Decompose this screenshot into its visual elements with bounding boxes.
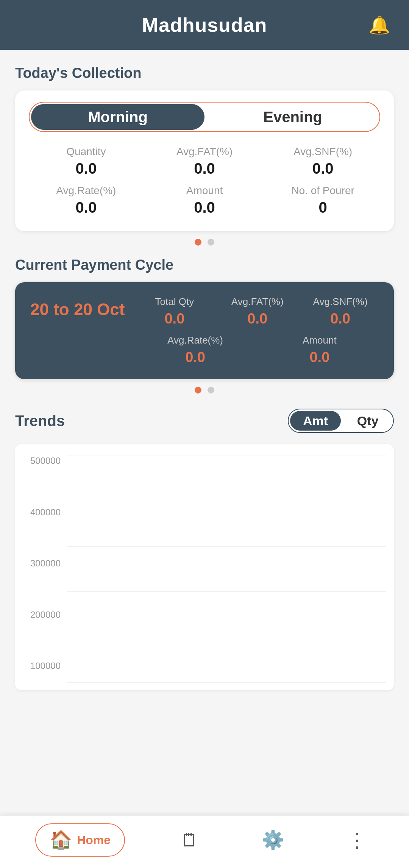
qty-toggle-btn[interactable]: Qty [342,409,393,432]
stat-quantity: Quantity 0.0 [29,146,144,177]
bars-row [67,456,127,683]
stat-quantity-value: 0.0 [29,160,144,177]
stat-amount-label: Amount [147,185,262,197]
trends-section: Trends Amt Qty 100000 200000 300000 4000… [15,409,394,690]
payment-stats: Total Qty 0.0 Avg.FAT(%) 0.0 Avg.SNF(%) … [136,296,379,366]
chart-bars-area [67,456,386,683]
payment-dot-1[interactable] [195,387,201,394]
stat-avg-rate-value: 0.0 [29,199,144,216]
chart-grid [67,456,386,683]
payment-cycle-section: Current Payment Cycle 20 to 20 Oct Total… [15,257,394,394]
payment-dots [15,387,394,394]
nav-documents[interactable]: 🗒 [173,826,206,854]
more-icon: ⋮ [347,830,366,850]
payment-avg-rate: Avg.Rate(%) 0.0 [136,334,254,366]
morning-toggle-btn[interactable]: Morning [31,104,204,130]
y-label-400000: 400000 [23,507,61,518]
payment-avg-snf: Avg.SNF(%) 0.0 [302,296,379,327]
stat-avg-rate: Avg.Rate(%) 0.0 [29,185,144,216]
trends-header: Trends Amt Qty [15,409,394,433]
payment-dot-2[interactable] [208,387,214,394]
y-label-500000: 500000 [23,456,61,466]
payment-avg-fat: Avg.FAT(%) 0.0 [219,296,296,327]
morning-evening-toggle[interactable]: Morning Evening [29,102,380,132]
trends-chart: 100000 200000 300000 400000 500000 [15,444,394,690]
payment-cycle-title: Current Payment Cycle [15,257,394,273]
trends-title: Trends [15,412,65,429]
stat-num-pourer: No. of Pourer 0 [265,185,380,216]
home-icon: 🏠 [50,829,72,851]
nav-home-label: Home [77,833,111,847]
payment-total-qty: Total Qty 0.0 [136,296,213,327]
stat-avg-snf-label: Avg.SNF(%) [265,146,380,158]
payment-amount: Amount 0.0 [261,334,379,366]
stat-amount: Amount 0.0 [147,185,262,216]
stat-quantity-label: Quantity [29,146,144,158]
dot-1[interactable] [195,239,201,246]
stat-num-pourer-value: 0 [265,199,380,216]
header-title: Madhusudan [142,14,267,36]
nav-home[interactable]: 🏠 Home [35,823,125,857]
todays-collection-section: Today's Collection Morning Evening Quant… [15,65,394,246]
amt-toggle-btn[interactable]: Amt [290,411,341,431]
chart-y-labels: 100000 200000 300000 400000 500000 [23,456,61,683]
nav-settings[interactable]: ⚙️ [254,826,292,854]
collection-stats-grid: Quantity 0.0 Avg.FAT(%) 0.0 Avg.SNF(%) 0… [29,146,380,216]
settings-icon: ⚙️ [262,829,284,851]
app-header: Madhusudan 🔔 [0,0,409,50]
doc-icon: 🗒 [180,830,198,851]
dot-2[interactable] [208,239,214,246]
stat-avg-fat: Avg.FAT(%) 0.0 [147,146,262,177]
stat-avg-fat-label: Avg.FAT(%) [147,146,262,158]
bottom-navigation: 🏠 Home 🗒 ⚙️ ⋮ [0,815,409,868]
stat-num-pourer-label: No. of Pourer [265,185,380,197]
collection-card: Morning Evening Quantity 0.0 Avg.FAT(%) … [15,90,394,231]
nav-more[interactable]: ⋮ [340,826,374,854]
y-label-100000: 100000 [23,661,61,671]
stat-avg-rate-label: Avg.Rate(%) [29,185,144,197]
stat-amount-value: 0.0 [147,199,262,216]
bell-icon[interactable]: 🔔 [368,15,390,35]
todays-collection-title: Today's Collection [15,65,394,81]
y-label-300000: 300000 [23,558,61,569]
stat-avg-snf-value: 0.0 [265,160,380,177]
y-label-200000: 200000 [23,610,61,620]
stat-avg-fat-value: 0.0 [147,160,262,177]
trends-toggle[interactable]: Amt Qty [288,409,394,433]
payment-date: 20 to 20 Oct [30,296,125,320]
main-content: Today's Collection Morning Evening Quant… [0,50,409,751]
payment-card: 20 to 20 Oct Total Qty 0.0 Avg.FAT(%) 0.… [15,282,394,379]
collection-dots [15,239,394,246]
evening-toggle-btn[interactable]: Evening [206,103,379,131]
chart-area: 100000 200000 300000 400000 500000 [23,456,386,683]
stat-avg-snf: Avg.SNF(%) 0.0 [265,146,380,177]
